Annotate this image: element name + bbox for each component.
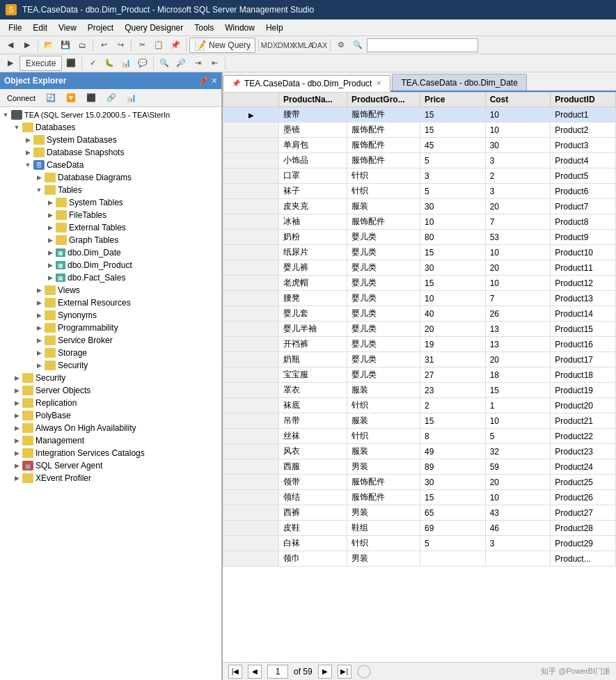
tree-item-graph-tables[interactable]: ▶ Graph Tables [0,234,221,246]
msg-btn[interactable]: 💬 [135,56,150,71]
paste-btn[interactable]: 📌 [168,38,183,53]
tree-item-system-tables[interactable]: ▶ System Tables [0,196,221,209]
tree-item-casedata[interactable]: ▼ 🗄 CaseData [0,159,221,171]
table-row[interactable]: 老虎帽婴儿类1510Product12 [223,276,616,291]
prev-page-btn[interactable]: ◀ [248,665,262,679]
oe-stop-btn[interactable]: ⬛ [82,92,100,104]
table-row[interactable]: 墨镜服饰配件1510Product2 [223,122,616,138]
table-row[interactable]: 罩衣服装2315Product19 [223,383,616,398]
run-btn[interactable]: ▶ [3,56,18,71]
table-row[interactable]: 白袜针织53Product29 [223,536,616,551]
zoom-out-btn[interactable]: 🔍 [157,56,172,71]
tree-item-dim-date[interactable]: ▶ ▦ dbo.Dim_Date [0,246,221,259]
menu-window[interactable]: Window [219,22,260,34]
tree-item-databases[interactable]: ▼ Databases [0,121,221,134]
tree-item-dim-product[interactable]: ▶ ▦ dbo.Dim_Product [0,259,221,271]
table-row[interactable]: 宝宝服婴儿类2718Product18 [223,367,616,383]
data-grid-container[interactable]: ProductNa... ProductGro... Price Cost Pr… [223,92,616,662]
tree-item-system-databases[interactable]: ▶ System Databases [0,134,221,146]
mdx-btn[interactable]: DMX [278,38,294,53]
copy-btn[interactable]: 📋 [151,38,166,53]
forward-btn[interactable]: ▶ [19,38,35,53]
menu-edit[interactable]: Edit [27,22,53,34]
table-row[interactable]: 西服男装8959Product24 [223,459,616,475]
tree-item-xevent[interactable]: ▶ XEvent Profiler [0,472,221,484]
menu-tools[interactable]: Tools [189,22,219,34]
tree-item-alwayson[interactable]: ▶ Always On High Availability [0,422,221,434]
oe-disconnect-btn[interactable]: 📊 [123,92,141,104]
tree-item-fact-sales[interactable]: ▶ ▦ dbo.Fact_Sales [0,271,221,284]
table-row[interactable]: 丝袜针织85Product22 [223,429,616,444]
parse-btn[interactable]: ✓ [85,56,100,71]
table-row[interactable]: ▶腰带服饰配件1510Product1 [223,107,616,122]
indent-btn[interactable]: ⇥ [190,56,205,71]
tree-item-db-snapshots[interactable]: ▶ Database Snapshots [0,146,221,159]
debug-btn[interactable]: 🐛 [102,56,117,71]
col-header-price[interactable]: Price [420,93,485,107]
settings-btn[interactable]: ⚙ [333,38,349,53]
table-row[interactable]: 婴儿裤婴儿类3020Product11 [223,260,616,276]
col-header-cost[interactable]: Cost [485,93,551,107]
tab-close-icon[interactable]: ✕ [376,79,381,87]
tab-dim-product[interactable]: 📌 TEA.CaseData - dbo.Dim_Product ✕ [223,75,390,92]
results-btn[interactable]: 📊 [118,56,134,71]
table-row[interactable]: 腰凳婴儿类107Product13 [223,291,616,306]
tree-item-sql-agent[interactable]: ▶ 🤖 SQL Server Agent [0,459,221,472]
col-header-productname[interactable]: ProductNa... [279,93,347,107]
tree-item-service-broker[interactable]: ▶ Service Broker [0,334,221,347]
last-page-btn[interactable]: ▶| [338,665,352,679]
tree-item-storage[interactable]: ▶ Storage [0,347,221,359]
table-row[interactable]: 奶瓶婴儿类3120Product17 [223,352,616,367]
tree-item-external-tables[interactable]: ▶ External Tables [0,221,221,234]
tree-item-db-diagrams[interactable]: ▶ Database Diagrams [0,171,221,184]
oe-refresh-btn[interactable]: 🔄 [42,92,60,104]
tree-item-external-resources[interactable]: ▶ External Resources [0,296,221,309]
tree-item-synonyms[interactable]: ▶ Synonyms [0,309,221,322]
tree-item-server[interactable]: ▼ TEA (SQL Server 15.0.2000.5 - TEA\Ster… [0,109,221,121]
menu-file[interactable]: File [3,22,27,34]
tree-item-filetables[interactable]: ▶ FileTables [0,209,221,221]
table-row[interactable]: 袜底针织21Product20 [223,398,616,413]
table-row[interactable]: 皮鞋鞋组6946Product28 [223,521,616,536]
tree-item-management[interactable]: ▶ Management [0,434,221,447]
back-btn[interactable]: ◀ [3,38,18,53]
table-row[interactable]: 口罩针织32Product5 [223,168,616,184]
table-row[interactable]: 纸尿片婴儿类1510Product10 [223,245,616,260]
tree-item-programmability[interactable]: ▶ Programmability [0,322,221,334]
table-row[interactable]: 领结服饰配件1510Product26 [223,490,616,505]
redo-btn[interactable]: ↪ [113,38,128,53]
tree-item-integration[interactable]: ▶ Integration Services Catalogs [0,447,221,459]
undo-btn[interactable]: ↩ [96,38,111,53]
table-row[interactable]: 开裆裤婴儿类1913Product16 [223,337,616,352]
save-all-btn[interactable]: 🗂 [74,38,90,53]
dax-btn[interactable]: DAX [312,38,327,53]
menu-view[interactable]: View [53,22,82,34]
execute-button[interactable]: Execute [19,56,62,71]
oe-connect2-btn[interactable]: 🔗 [102,92,120,104]
oe-filter-btn[interactable]: 🔽 [62,92,80,104]
outdent-btn[interactable]: ⇤ [207,56,222,71]
table-row[interactable]: 奶粉婴儿类8053Product9 [223,230,616,245]
menu-querydesigner[interactable]: Query Designer [119,22,189,34]
tree-item-security-casedata[interactable]: ▶ Security [0,359,221,372]
tree-item-views[interactable]: ▶ Views [0,284,221,296]
stop-btn[interactable]: ⬛ [63,56,79,71]
new-query-button[interactable]: 📝 New Query [189,38,255,53]
table-row[interactable]: 小饰品服饰配件53Product4 [223,153,616,168]
mds-btn[interactable]: MDX [262,38,277,53]
table-row[interactable]: 领巾男装Product... [223,551,616,567]
zoom-in-btn[interactable]: 🔎 [173,56,189,71]
tree-item-security-top[interactable]: ▶ Security [0,372,221,384]
xmla-btn[interactable]: XMLA [295,38,310,53]
table-row[interactable]: 风衣服装4932Product23 [223,444,616,459]
table-row[interactable]: 皮夹克服装3020Product7 [223,199,616,214]
tree-item-tables[interactable]: ▼ Tables [0,184,221,196]
oe-close-icon[interactable]: ✕ [211,77,217,86]
table-row[interactable]: 单肩包服饰配件4530Product3 [223,138,616,153]
save-btn[interactable]: 💾 [58,38,73,53]
col-header-productid[interactable]: ProductID [551,93,616,107]
connect-button[interactable]: Connect [3,93,40,104]
cut-btn[interactable]: ✂ [134,38,150,53]
table-row[interactable]: 冰袖服饰配件107Product8 [223,214,616,230]
tree-item-replication[interactable]: ▶ Replication [0,397,221,409]
